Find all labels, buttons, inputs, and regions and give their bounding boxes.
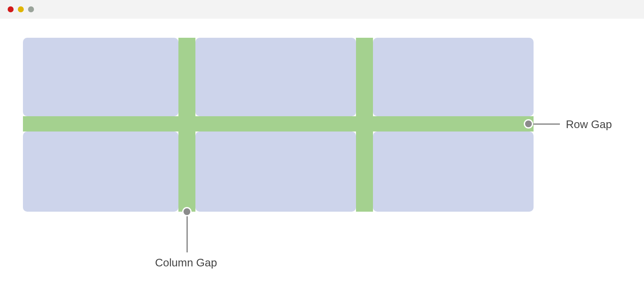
column-gap-callout-line (186, 212, 188, 252)
diagram-canvas: Row Gap Column Gap (0, 19, 644, 291)
grid-item (195, 132, 356, 212)
row-gap-callout-dot-icon (524, 119, 533, 129)
column-gap-label: Column Gap (155, 256, 217, 269)
column-gap-band-1 (178, 38, 195, 212)
row-gap-band (23, 116, 534, 132)
column-gap-band-2 (356, 38, 373, 212)
column-gap-callout-dot-icon (182, 207, 192, 216)
row-gap-callout-line (528, 123, 560, 125)
grid-item (373, 38, 534, 116)
minimize-icon[interactable] (18, 6, 24, 12)
grid-item (373, 132, 534, 212)
grid-item (23, 132, 178, 212)
row-gap-label: Row Gap (566, 118, 612, 131)
zoom-icon[interactable] (28, 6, 34, 12)
close-icon[interactable] (8, 6, 14, 12)
window-titlebar (0, 0, 644, 19)
grid-item (195, 38, 356, 116)
grid-item (23, 38, 178, 116)
window-controls (8, 6, 34, 12)
